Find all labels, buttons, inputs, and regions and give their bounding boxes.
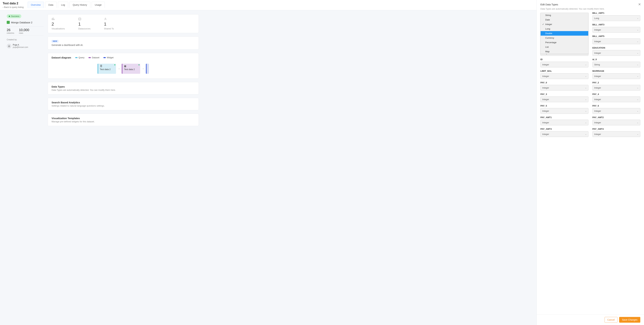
type-select[interactable]: Integer⌄ [540,120,588,125]
dropdown-option[interactable]: Integer [540,22,588,27]
dropdown-option[interactable]: String [540,13,588,18]
type-select[interactable]: Integer⌄ [592,50,640,56]
tab-usage[interactable]: Usage [92,2,105,8]
type-select[interactable]: Integer⌄ [592,39,640,44]
type-select[interactable]: Integer⌄ [592,131,640,137]
field-label: PAY_3 [540,93,588,96]
viz-label: Visualizations [52,27,65,30]
user-icon [8,45,10,47]
select-value: Integer [594,52,601,54]
diagram-node-query[interactable]: 🗄 Test data 2 [98,64,116,74]
tab-query-history[interactable]: Query History [70,2,90,8]
columns-count: 26 [7,28,14,32]
datatype-field: LIMIT_BALInteger⌄ [540,70,588,79]
datatype-field: PAY_AMT2Integer⌄ [592,116,640,125]
datatypes-card[interactable]: Data Types Data Types are automatically … [48,82,199,94]
dropdown-option[interactable]: Double [540,31,588,36]
chevron-down-icon: ⌄ [637,110,638,112]
type-select[interactable]: Integer⌄ [592,27,640,33]
datatype-field: BILL_AMT3Integer⌄ [592,23,640,33]
type-select[interactable]: Integer⌄ [540,73,588,79]
diagram-node-dataset[interactable]: ▦ Test data 2 [122,64,140,74]
select-value: Integer [594,40,601,43]
rows-count: 10,000 [19,28,29,32]
panel-sub: Data Types are automatically detected. Y… [540,8,640,10]
page-title: Test data 2 [3,2,24,5]
search-card[interactable]: Search Based Analytics Settings related … [48,98,199,110]
chevron-down-icon: ⌄ [585,133,586,135]
chevron-down-icon: ⌄ [637,122,638,124]
select-value: Integer [542,110,549,112]
node-label: Test data 2 [100,68,111,71]
type-select[interactable]: Integer⌄ [592,108,640,114]
type-select[interactable]: Integer⌄ [540,85,588,91]
datatype-field: PAY_6Integer⌄ [592,105,640,114]
status-dot-icon [138,64,140,65]
user-name: Puja A [13,44,28,46]
datatype-field: PAY_AMT4Integer⌄ [592,128,640,137]
select-value: Integer [542,133,549,135]
viztpl-sub: Manage pre-defined widgets for this data… [52,120,195,123]
legend-query: Query [78,56,84,59]
viztpl-card[interactable]: Visualization Templates Manage pre-defin… [48,114,199,126]
ds-label: Datasources [78,27,90,30]
type-select[interactable]: Integer⌄ [540,131,588,137]
field-label: PAY_AMT1 [540,116,588,119]
columns-label: columns [7,32,14,34]
generate-card[interactable]: NEW Generate a dashboard with AI. [48,37,199,50]
type-select[interactable]: Integer⌄ [592,97,640,102]
save-button[interactable]: Save Changes [619,317,640,323]
field-label: PAY_AMT3 [540,128,588,130]
select-value: Integer [542,98,549,101]
field-label: BILL_AMT1 [592,12,640,14]
type-select[interactable]: Integer⌄ [540,62,588,67]
chevron-down-icon: ⌄ [637,87,638,89]
shared-count: 1 [104,22,114,27]
tab-log[interactable]: Log [58,2,68,8]
dropdown-option[interactable]: Map [540,49,588,54]
back-link[interactable]: ‹ Back to query listing [3,6,24,9]
status-dot-icon [114,64,115,65]
datatype-field: PAY_AMT1Integer⌄ [540,116,588,125]
select-value: Integer [594,29,601,31]
chevron-down-icon: ⌄ [585,122,586,124]
type-select[interactable]: Integer⌄ [592,73,640,79]
tab-overview[interactable]: Overview [28,2,44,8]
cancel-button[interactable]: Cancel [604,317,618,323]
chevron-down-icon: ⌄ [585,64,586,66]
user-email: puja@knowi.com [13,46,28,48]
diagram-node-widget[interactable] [146,64,149,74]
select-value: Integer [594,87,601,89]
type-select[interactable]: String⌄ [592,62,640,67]
datatype-field: PAY_0Integer⌄ [540,81,588,91]
type-select[interactable]: Long⌄ [592,15,640,21]
select-value: Integer [542,63,549,66]
dropdown-option[interactable]: Currency [540,36,588,40]
dropdown-option[interactable]: Long [540,27,588,31]
dropdown-option[interactable]: Date [540,18,588,22]
field-label: PAY_6 [592,105,640,107]
field-label: LIMIT_BAL [540,70,588,72]
tab-data[interactable]: Data [45,2,56,8]
field-label: PAY_5 [540,105,588,107]
viztpl-title: Visualization Templates [52,117,195,120]
edit-datatypes-panel: ✕ Edit Data Types Data Types are automat… [536,0,644,325]
created-by-label: Created by: [7,39,44,41]
dropdown-option[interactable]: List [540,45,588,49]
dropdown-option[interactable]: Percentage [540,40,588,45]
type-select[interactable]: Integer⌄ [540,97,588,102]
chevron-down-icon: ⌄ [637,29,638,31]
legend-dataset-dot [88,57,91,58]
type-select[interactable]: Integer⌄ [592,85,640,91]
type-select[interactable]: Integer⌄ [540,108,588,114]
datatype-field: PAY_5Integer⌄ [540,105,588,114]
arrow-icon: → [117,67,120,71]
type-select[interactable]: Integer⌄ [592,120,640,125]
chevron-down-icon: ⌄ [637,17,638,19]
close-icon[interactable]: ✕ [638,2,641,7]
select-value: Integer [594,133,601,135]
field-label: EDUCATION [592,47,640,49]
table-icon: ▦ [124,65,126,67]
field-label: MARRIAGE [592,70,640,72]
field-label: BILL_AMT3 [592,23,640,26]
